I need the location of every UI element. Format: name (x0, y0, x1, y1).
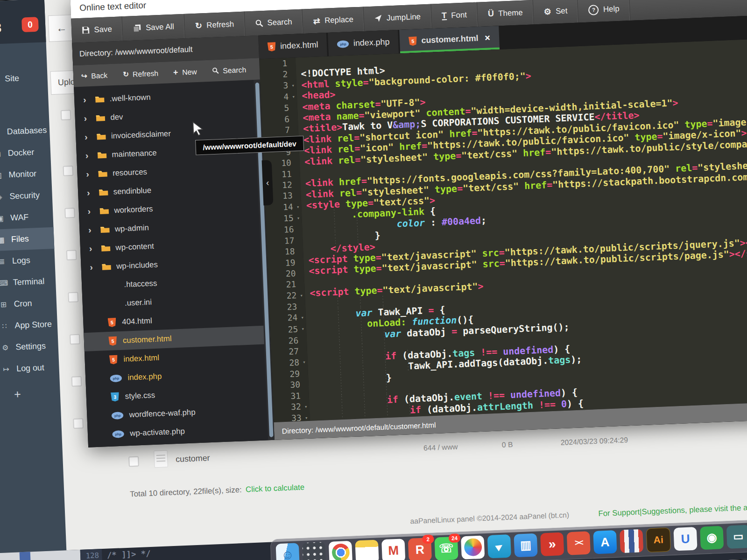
fold-arrow-icon[interactable]: ▾ (298, 324, 305, 335)
row-checkbox[interactable] (68, 292, 78, 302)
sidebar-item-label: Monitor (8, 169, 36, 180)
save-all-button[interactable]: Save All (122, 14, 185, 41)
help-button[interactable]: ?Help (578, 0, 630, 23)
support-link[interactable]: For Support|Suggestions, please visit th… (598, 503, 747, 518)
fold-arrow-icon[interactable]: ▾ (301, 413, 308, 422)
fold-arrow-icon[interactable]: ▾ (293, 202, 300, 213)
jumpline-button[interactable]: JumpLine (364, 4, 432, 31)
site-icon: ⌂ (0, 75, 0, 84)
chevron-right-icon[interactable]: › (85, 132, 93, 142)
tree-back-button[interactable]: ↪Back (73, 70, 115, 82)
sidebar-item-logs[interactable]: ≣Logs (0, 249, 55, 273)
dock-icon-notes[interactable] (355, 539, 379, 560)
button-label: Theme (498, 8, 523, 18)
dock-icon-finder[interactable]: ☺ (275, 543, 299, 560)
search-button[interactable]: Search (244, 9, 303, 36)
fold-arrow-icon (297, 307, 303, 307)
dock-icon-forward[interactable]: » (540, 532, 564, 556)
tree-item-label: .user.ini (125, 298, 152, 308)
row-checkbox[interactable] (63, 166, 73, 176)
tree-refresh-button[interactable]: ↻Refresh (115, 67, 166, 79)
row-checkbox[interactable] (61, 110, 71, 120)
sidebar-item-log-out[interactable]: ↦Log out (0, 357, 59, 381)
fold-arrow-icon (289, 108, 296, 109)
html-file-icon: 5 (268, 42, 276, 52)
row-checkbox[interactable] (71, 376, 82, 387)
dock-icon-telegram[interactable]: ▸ (487, 534, 511, 558)
chevron-right-icon[interactable]: › (85, 150, 94, 161)
dock-icon-photos[interactable] (461, 535, 485, 559)
waf-icon: ▣ (0, 214, 6, 223)
sidebar-add-button[interactable]: + (0, 386, 60, 403)
calculate-size-link[interactable]: Click to calculate (246, 483, 305, 494)
dock-icon-screen-share[interactable]: ▭ (726, 525, 747, 548)
replace-button[interactable]: ⇄Replace (303, 7, 365, 34)
fold-arrow-icon[interactable]: ▾ (289, 91, 296, 103)
fold-arrow-icon[interactable]: ▾ (288, 80, 295, 91)
sidebar-item-label: Security (9, 190, 40, 202)
theme-button[interactable]: ÜTheme (477, 0, 534, 27)
dock-icon-gmail[interactable]: M (381, 539, 405, 560)
dock-icon-chrome[interactable] (329, 540, 352, 560)
file-name[interactable]: customer (176, 453, 210, 464)
dock-icon-green-app[interactable]: ◉ (700, 525, 724, 549)
row-checkbox[interactable] (70, 334, 80, 345)
tab-index.html[interactable]: 5index.html (258, 33, 327, 59)
chevron-right-icon[interactable]: › (84, 113, 92, 124)
chevron-right-icon[interactable]: › (88, 224, 97, 235)
sidebar-item-waf[interactable]: ▣WAF (0, 206, 54, 231)
dock-icon-illustrator[interactable]: Ai (646, 527, 671, 552)
dock-icon-books[interactable]: ▥ (514, 533, 537, 557)
panel-collapse-handle[interactable]: ‹ (262, 160, 274, 205)
sidebar-item-docker[interactable]: ▢Docker (0, 141, 51, 166)
font-button[interactable]: TFont (431, 2, 478, 28)
fold-arrow-icon[interactable]: ▾ (296, 290, 303, 301)
sidebar-item-terminal[interactable]: ⌨Terminal (0, 270, 56, 295)
fold-arrow-icon[interactable]: ▾ (297, 312, 304, 323)
message-count-badge[interactable]: 0 (21, 17, 39, 32)
chevron-right-icon[interactable]: › (87, 206, 96, 217)
close-tab-icon[interactable]: × (485, 33, 491, 44)
chevron-right-icon[interactable]: › (86, 169, 94, 180)
dock-icon-remote-desktop[interactable]: >< (567, 531, 591, 555)
code-area[interactable]: 123▾4▾567891011121314▾15▾16171819202122▾… (259, 39, 747, 422)
row-checkbox[interactable] (66, 250, 77, 260)
set-button[interactable]: ⚙Set (533, 0, 579, 24)
chevron-right-icon[interactable]: › (83, 94, 92, 105)
dock-icon-launchpad[interactable] (302, 542, 326, 560)
dock-icon-whatsapp[interactable]: ☏24 (434, 536, 458, 560)
dock-icon-app-store[interactable]: A (593, 530, 617, 554)
tree-search-button[interactable]: Search (204, 65, 254, 75)
row-checkbox[interactable] (64, 208, 75, 218)
sidebar-item-cron[interactable]: ⊞Cron (0, 292, 57, 316)
chevron-right-icon[interactable]: › (89, 243, 98, 254)
dock-icon-passbook[interactable] (620, 529, 643, 553)
line-number: 1 (259, 57, 296, 70)
customer-row-checkbox[interactable] (128, 456, 139, 467)
tree-new-button[interactable]: +New (165, 65, 204, 78)
help-icon: ? (588, 5, 599, 15)
line-number: 28▾ (271, 357, 308, 369)
sidebar-item-monitor[interactable]: ▥Monitor (0, 162, 52, 187)
sidebar-item-site[interactable]: ⌂Site (0, 67, 48, 91)
refresh-button[interactable]: ↻Refresh (184, 12, 245, 39)
refresh-icon: ↻ (195, 21, 203, 31)
chevron-right-icon[interactable]: › (90, 262, 98, 273)
sidebar-item-files[interactable]: ▦Files (0, 227, 54, 252)
tab-index.php[interactable]: phpindex.php (328, 30, 399, 56)
fold-arrow-icon[interactable]: ▾ (299, 357, 306, 368)
line-number: 31 (273, 390, 310, 402)
save-button[interactable]: Save (71, 16, 123, 43)
sidebar-item-app-store[interactable]: ∷App Store (0, 313, 58, 338)
sidebar-item-security[interactable]: ◈Security (0, 184, 53, 209)
fold-arrow-icon[interactable]: ▾ (293, 213, 300, 224)
sidebar-item-settings[interactable]: ⚙Settings (0, 335, 59, 360)
tab-customer.html[interactable]: 5customer.html× (399, 26, 499, 53)
fold-arrow-icon[interactable]: ▾ (301, 401, 308, 413)
sidebar-item-databases[interactable]: ▤Databases (0, 119, 50, 144)
chevron-right-icon[interactable]: › (87, 188, 95, 198)
row-checkbox[interactable] (73, 418, 84, 429)
dock-icon-downloader[interactable]: U (673, 527, 697, 551)
code-content[interactable]: <!DOCTYPE html><html style="background-c… (296, 39, 747, 421)
dock-icon-r-app[interactable]: R2 (408, 537, 432, 560)
